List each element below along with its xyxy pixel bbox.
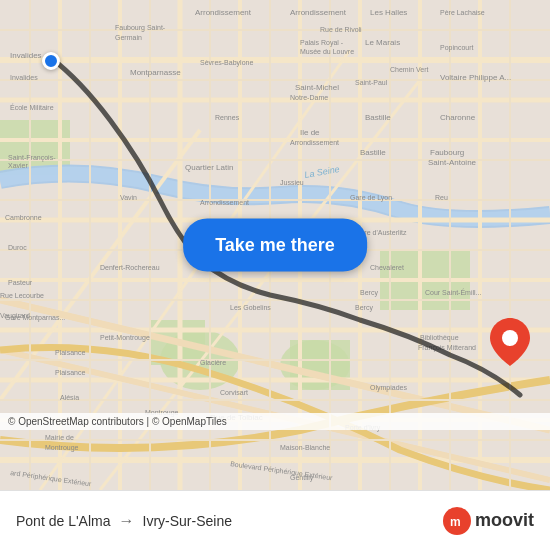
svg-text:Père Lachaise: Père Lachaise xyxy=(440,9,485,16)
svg-text:Alésia: Alésia xyxy=(60,394,79,401)
svg-text:Les Gobelins: Les Gobelins xyxy=(230,304,271,311)
svg-text:Bastille: Bastille xyxy=(365,113,391,122)
svg-text:Saint-Michel: Saint-Michel xyxy=(295,83,339,92)
svg-text:Plaisance: Plaisance xyxy=(55,349,85,356)
svg-text:m: m xyxy=(450,515,461,529)
svg-text:Saint-Antoine: Saint-Antoine xyxy=(428,158,477,167)
svg-text:Charonne: Charonne xyxy=(440,113,476,122)
svg-text:Montparnasse: Montparnasse xyxy=(130,68,181,77)
svg-text:Invalides: Invalides xyxy=(10,74,38,81)
footer-arrow-icon: → xyxy=(119,512,135,530)
svg-text:Voltaire  Philippe A...: Voltaire Philippe A... xyxy=(440,73,511,82)
svg-text:Ile de: Ile de xyxy=(300,128,320,137)
svg-text:Musée du Louvre: Musée du Louvre xyxy=(300,48,354,55)
svg-text:Faubourg Saint-: Faubourg Saint- xyxy=(115,24,166,32)
moovit-logo: m moovit xyxy=(443,507,534,535)
svg-text:Arrondissement: Arrondissement xyxy=(290,139,339,146)
svg-text:Chevaleret: Chevaleret xyxy=(370,264,404,271)
svg-text:Cambronne: Cambronne xyxy=(5,214,42,221)
svg-text:Les Halles: Les Halles xyxy=(370,8,407,17)
svg-text:Faubourg: Faubourg xyxy=(430,148,464,157)
svg-text:Xavier: Xavier xyxy=(8,162,29,169)
svg-text:Arrondissement: Arrondissement xyxy=(200,199,249,206)
svg-text:Sèvres-Babylone: Sèvres-Babylone xyxy=(200,59,253,67)
svg-text:Arrondissement: Arrondissement xyxy=(195,8,252,17)
svg-text:Palais Royal -: Palais Royal - xyxy=(300,39,344,47)
moovit-text: moovit xyxy=(475,510,534,531)
footer: Pont de L'Alma → Ivry-Sur-Seine m moovit xyxy=(0,490,550,550)
svg-text:Denfert-Rochereau: Denfert-Rochereau xyxy=(100,264,160,271)
svg-text:Maison-Blanche: Maison-Blanche xyxy=(280,444,330,451)
svg-text:Petit-Montrouge: Petit-Montrouge xyxy=(100,334,150,342)
svg-text:Duroc: Duroc xyxy=(8,244,27,251)
svg-text:Rennes: Rennes xyxy=(215,114,240,121)
svg-text:Bastille: Bastille xyxy=(360,148,386,157)
svg-text:Cour Saint-Émill...: Cour Saint-Émill... xyxy=(425,288,481,296)
svg-text:Jussieu: Jussieu xyxy=(280,179,304,186)
svg-text:Saint-Paul: Saint-Paul xyxy=(355,79,388,86)
svg-point-117 xyxy=(502,330,518,346)
footer-origin: Pont de L'Alma xyxy=(16,513,111,529)
svg-text:Arrondissement: Arrondissement xyxy=(290,8,347,17)
svg-text:Quartier Latin: Quartier Latin xyxy=(185,163,233,172)
svg-text:Popincourt: Popincourt xyxy=(440,44,474,52)
svg-text:École Militaire: École Militaire xyxy=(10,103,54,111)
svg-text:Pasteur: Pasteur xyxy=(8,279,33,286)
svg-text:Germain: Germain xyxy=(115,34,142,41)
svg-text:Bercy: Bercy xyxy=(355,304,373,312)
svg-text:Reu: Reu xyxy=(435,194,448,201)
svg-text:Rue de Rivoli: Rue de Rivoli xyxy=(320,26,362,33)
svg-text:Invalides: Invalides xyxy=(10,51,42,60)
app-container: Invalides Invalides École Militaire Sain… xyxy=(0,0,550,550)
svg-text:Vavin: Vavin xyxy=(120,194,137,201)
svg-text:Chemin Vert: Chemin Vert xyxy=(390,66,429,73)
svg-text:Rue Lecourbe: Rue Lecourbe xyxy=(0,292,44,299)
svg-text:Vaugirard: Vaugirard xyxy=(0,312,30,320)
copyright-text: © OpenStreetMap contributors | © OpenMap… xyxy=(8,416,227,427)
footer-route: Pont de L'Alma → Ivry-Sur-Seine xyxy=(16,512,443,530)
svg-text:Glacière: Glacière xyxy=(200,359,226,366)
origin-dot xyxy=(42,52,60,70)
svg-text:Notre-Dame: Notre-Dame xyxy=(290,94,328,101)
svg-text:Corvisart: Corvisart xyxy=(220,389,248,396)
svg-text:Gare de Lyon: Gare de Lyon xyxy=(350,194,392,202)
moovit-icon: m xyxy=(443,507,471,535)
svg-text:Saint-François-: Saint-François- xyxy=(8,154,56,162)
svg-text:Bibliothèque: Bibliothèque xyxy=(420,334,459,342)
svg-text:Olympiades: Olympiades xyxy=(370,384,407,392)
destination-pin xyxy=(490,318,530,370)
copyright-bar: © OpenStreetMap contributors | © OpenMap… xyxy=(0,413,550,430)
svg-text:Bercy: Bercy xyxy=(360,289,378,297)
svg-text:Mairie de: Mairie de xyxy=(45,434,74,441)
take-me-there-button[interactable]: Take me there xyxy=(183,219,367,272)
map-area: Invalides Invalides École Militaire Sain… xyxy=(0,0,550,490)
svg-text:Plaisance: Plaisance xyxy=(55,369,85,376)
footer-destination: Ivry-Sur-Seine xyxy=(143,513,232,529)
svg-text:Le Marais: Le Marais xyxy=(365,38,400,47)
svg-text:Montrouge: Montrouge xyxy=(45,444,79,452)
